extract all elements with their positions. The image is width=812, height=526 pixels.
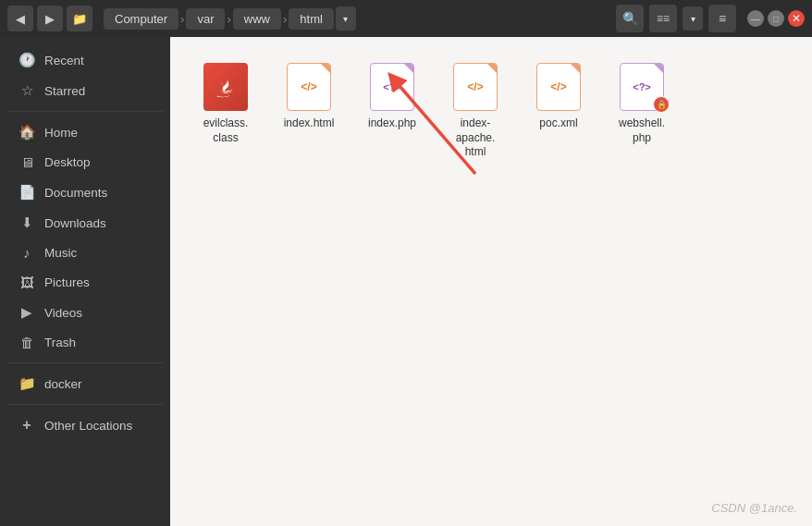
minimize-button[interactable]: — — [747, 10, 764, 27]
main-area: 🕐 Recent ☆ Starred 🏠 Home 🖥 Desktop 📄 Do… — [0, 37, 812, 526]
view-dropdown-icon: ▾ — [691, 14, 695, 24]
back-button[interactable]: ◀ — [7, 6, 33, 31]
hamburger-icon: ≡ — [719, 11, 726, 26]
back-icon: ◀ — [16, 12, 25, 26]
music-icon: ♪ — [18, 245, 35, 261]
file-label-pocxml: poc.xml — [539, 116, 577, 131]
sidebar-label-pictures: Pictures — [44, 275, 90, 289]
sidebar-item-desktop[interactable]: 🖥 Desktop — [4, 148, 166, 177]
window-controls: — □ ✕ — [747, 10, 805, 27]
sidebar-item-starred[interactable]: ☆ Starred — [4, 76, 166, 105]
sidebar-label-music: Music — [44, 246, 77, 260]
breadcrumb-dropdown-button[interactable]: ▾ — [336, 6, 356, 31]
sidebar-label-downloads: Downloads — [44, 216, 106, 230]
sidebar-item-home[interactable]: 🏠 Home — [4, 117, 166, 147]
file-label-indexapache: index-apache.html — [442, 116, 509, 160]
search-button[interactable]: 🔍 — [616, 5, 644, 32]
downloads-icon: ⬇ — [18, 214, 35, 231]
file-item-indexapache[interactable]: </> index-apache.html — [438, 55, 512, 167]
breadcrumb-www[interactable]: www — [233, 8, 281, 30]
sidebar-label-videos: Videos — [44, 306, 82, 320]
forward-icon: ▶ — [45, 12, 55, 26]
file-manager-icon: 📁 — [72, 12, 87, 26]
php-file-icon: <?> — [370, 63, 414, 111]
sidebar-item-pictures[interactable]: 🖼 Pictures — [4, 268, 166, 297]
file-item-webshell[interactable]: <?> 🔒 webshell.php — [605, 55, 679, 167]
breadcrumb-sep-3: › — [283, 12, 287, 26]
sidebar-item-docker[interactable]: 📁 docker — [4, 369, 166, 398]
file-label-webshell: webshell.php — [619, 116, 665, 145]
sidebar-item-music[interactable]: ♪ Music — [4, 239, 166, 267]
file-icon-pocxml: </> — [535, 63, 583, 111]
sidebar-item-trash[interactable]: 🗑 Trash — [4, 328, 166, 357]
breadcrumb-sep-1: › — [180, 12, 184, 26]
maximize-icon: □ — [773, 14, 779, 24]
sidebar-divider-1 — [7, 111, 163, 112]
sidebar-label-starred: Starred — [44, 84, 85, 98]
sidebar-divider-2 — [7, 362, 163, 363]
file-icon-webshell: <?> 🔒 — [618, 63, 666, 111]
java-logo — [213, 74, 239, 100]
file-icon-indexphp: <?> — [368, 63, 416, 111]
search-icon: 🔍 — [622, 11, 638, 26]
lock-icon: 🔒 — [657, 100, 667, 109]
file-manager-icon-button[interactable]: 📁 — [67, 6, 92, 31]
breadcrumb: Computer › var › www › html ▾ — [104, 6, 356, 31]
documents-icon: 📄 — [18, 184, 35, 201]
lock-badge: 🔒 — [653, 96, 670, 113]
file-icon-evilclass — [202, 63, 250, 111]
sidebar-item-videos[interactable]: ▶ Videos — [4, 298, 166, 327]
menu-button[interactable]: ≡ — [708, 5, 736, 32]
sidebar-label-desktop: Desktop — [44, 155, 91, 169]
recent-icon: 🕐 — [18, 52, 35, 68]
file-item-indexphp[interactable]: <?> index.php — [355, 55, 429, 167]
java-file-icon — [203, 63, 248, 111]
sidebar-item-documents[interactable]: 📄 Documents — [4, 177, 166, 207]
home-icon: 🏠 — [18, 124, 35, 141]
file-item-pocxml[interactable]: </> poc.xml — [522, 55, 596, 167]
sidebar-label-home: Home — [44, 126, 78, 140]
breadcrumb-var[interactable]: var — [186, 8, 225, 30]
videos-icon: ▶ — [18, 304, 35, 321]
sidebar: 🕐 Recent ☆ Starred 🏠 Home 🖥 Desktop 📄 Do… — [0, 37, 170, 526]
file-item-evilclass[interactable]: evilclass.class — [189, 55, 263, 167]
sidebar-item-other-locations[interactable]: + Other Locations — [4, 410, 166, 440]
pictures-icon: 🖼 — [18, 275, 35, 290]
file-label-evilclass: evilclass.class — [203, 116, 249, 145]
files-grid: evilclass.class </> index.html <?> i — [189, 55, 794, 167]
sidebar-label-recent: Recent — [44, 54, 84, 67]
sidebar-item-downloads[interactable]: ⬇ Downloads — [4, 208, 166, 238]
list-view-icon: ≡≡ — [657, 12, 670, 25]
starred-icon: ☆ — [18, 82, 35, 99]
forward-button[interactable]: ▶ — [37, 6, 63, 31]
xml-file-icon: </> — [536, 63, 581, 111]
html-file-icon: </> — [287, 63, 331, 111]
watermark: CSDN @1ance. — [711, 501, 797, 515]
file-icon-indexapache: </> — [451, 63, 499, 111]
sidebar-label-other-locations: Other Locations — [44, 419, 132, 433]
file-item-indexhtml[interactable]: </> index.html — [272, 55, 346, 167]
trash-icon: 🗑 — [18, 335, 35, 350]
html-apache-file-icon: </> — [453, 63, 498, 111]
chevron-down-icon: ▾ — [343, 14, 348, 24]
maximize-button[interactable]: □ — [768, 10, 784, 27]
file-label-indexhtml: index.html — [284, 116, 335, 131]
list-view-button[interactable]: ≡≡ — [649, 5, 677, 32]
breadcrumb-computer[interactable]: Computer — [104, 8, 178, 30]
breadcrumb-html[interactable]: html — [289, 8, 334, 30]
sidebar-label-documents: Documents — [44, 186, 107, 200]
file-label-indexphp: index.php — [368, 116, 416, 131]
sidebar-item-recent[interactable]: 🕐 Recent — [4, 45, 166, 75]
desktop-icon: 🖥 — [18, 154, 35, 170]
sidebar-label-docker: docker — [44, 377, 82, 391]
close-icon: ✕ — [792, 12, 801, 25]
minimize-icon: — — [751, 14, 760, 24]
sidebar-divider-3 — [7, 404, 163, 405]
content-area: evilclass.class </> index.html <?> i — [170, 37, 812, 526]
titlebar: ◀ ▶ 📁 Computer › var › www › html ▾ 🔍 ≡≡… — [0, 0, 812, 37]
close-button[interactable]: ✕ — [788, 10, 805, 27]
other-locations-icon: + — [18, 417, 35, 434]
sidebar-label-trash: Trash — [44, 336, 76, 349]
view-dropdown-button[interactable]: ▾ — [683, 6, 703, 31]
docker-folder-icon: 📁 — [18, 375, 35, 392]
